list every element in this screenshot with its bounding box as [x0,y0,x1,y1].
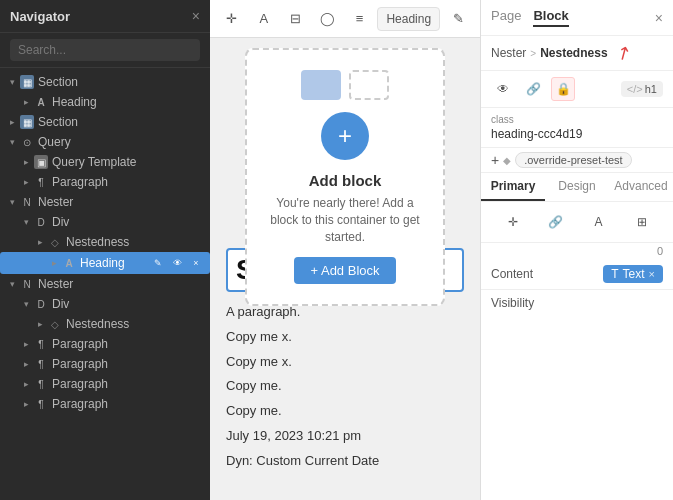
sub-tab-primary[interactable]: Primary [481,173,545,201]
icon-heading2: A [62,256,76,270]
navigator-search-container [0,33,210,68]
nav-item-paragraph5[interactable]: ▸¶Paragraph [0,394,210,414]
breadcrumb-parent[interactable]: Nester [491,46,526,60]
nav-edit-heading2[interactable]: ✎ [150,255,166,271]
label-paragraph2: Paragraph [52,337,108,351]
nav-item-query1[interactable]: ▾⊙Query [0,132,210,152]
icon-row2-grid[interactable]: ⊞ [628,208,656,236]
icon-row2-move[interactable]: ✛ [499,208,527,236]
right-panel-close-button[interactable]: × [655,10,663,26]
toolbar-pencil-button[interactable]: ✎ [444,5,472,33]
navigator-title: Navigator [10,9,70,24]
toggle-nester2[interactable]: ▾ [6,278,18,290]
toolbar-columns-button[interactable]: ⊟ [282,5,310,33]
toggle-section1[interactable]: ▾ [6,76,18,88]
icon-row2-link[interactable]: 🔗 [542,208,570,236]
add-block-plus-icon[interactable]: + [321,112,369,160]
label-nestedness1: Nestedness [66,235,129,249]
toggle-div1[interactable]: ▾ [20,216,32,228]
breadcrumb-current: Nestedness [540,46,607,60]
lock-icon-button[interactable]: 🔒 [551,77,575,101]
section-count: 0 [481,243,673,259]
preset-add-button[interactable]: + [491,152,499,168]
nav-item-section1[interactable]: ▾▦Section [0,72,210,92]
content-value-remove[interactable]: × [649,268,655,280]
class-value: heading-ccc4d19 [491,127,663,141]
icon-paragraph4: ¶ [34,377,48,391]
curved-arrow-icon: ↗ [611,40,635,67]
navigator-close-button[interactable]: × [192,8,200,24]
content-label: Content [491,267,533,281]
icon-section1: ▦ [20,75,34,89]
add-block-button[interactable]: + Add Block [294,257,395,284]
icon-paragraph1: ¶ [34,175,48,189]
toggle-nestedness2[interactable]: ▸ [34,318,46,330]
nav-item-heading2[interactable]: ▸AHeading ✎ 👁 × [0,252,210,274]
nav-item-paragraph3[interactable]: ▸¶Paragraph [0,354,210,374]
toggle-query1[interactable]: ▾ [6,136,18,148]
toggle-nestedness1[interactable]: ▸ [34,236,46,248]
icon-nester1: N [20,195,34,209]
nav-item-heading1[interactable]: ▸AHeading [0,92,210,112]
nav-item-nester1[interactable]: ▾NNester [0,192,210,212]
label-section1: Section [38,75,78,89]
toggle-paragraph3[interactable]: ▸ [20,358,32,370]
toggle-paragraph4[interactable]: ▸ [20,378,32,390]
page-para-3: Copy me x. [226,350,464,375]
class-info: class heading-ccc4d19 [481,108,673,148]
link-icon-button[interactable]: 🔗 [521,77,545,101]
page-para-4: Copy me. [226,374,464,399]
sub-tab-design[interactable]: Design [545,173,609,201]
toggle-paragraph5[interactable]: ▸ [20,398,32,410]
icon-div2: D [34,297,48,311]
nav-item-nestedness2[interactable]: ▸◇Nestedness [0,314,210,334]
icon-heading1: A [34,95,48,109]
toolbar-move-button[interactable]: ✛ [218,5,246,33]
canvas-content: + Add block You're nearly there! Add a b… [210,38,480,500]
label-querytemplate1: Query Template [52,155,137,169]
content-value-text: Text [623,267,645,281]
tab-block[interactable]: Block [533,8,568,27]
icon-nester2: N [20,277,34,291]
nav-item-div1[interactable]: ▾DDiv [0,212,210,232]
nav-item-nester2[interactable]: ▾NNester [0,274,210,294]
tab-page[interactable]: Page [491,8,521,27]
toggle-heading1[interactable]: ▸ [20,96,32,108]
preset-tag-label[interactable]: .override-preset-test [515,152,631,168]
nav-close-heading2[interactable]: × [188,255,204,271]
nav-item-paragraph1[interactable]: ▸¶Paragraph [0,172,210,192]
toggle-heading2[interactable]: ▸ [48,257,60,269]
label-heading2: Heading [80,256,125,270]
toggle-section2[interactable]: ▸ [6,116,18,128]
label-query1: Query [38,135,71,149]
main-canvas: ✛ A ⊟ ◯ ≡ Heading ✎ + Add block You're n… [210,0,480,500]
sub-tab-advanced[interactable]: Advanced [609,173,673,201]
toggle-nester1[interactable]: ▾ [6,196,18,208]
page-para-7: Dyn: Custom Current Date [226,449,464,474]
search-input[interactable] [10,39,200,61]
nav-item-paragraph2[interactable]: ▸¶Paragraph [0,334,210,354]
toolbar-circle-button[interactable]: ◯ [314,5,342,33]
toolbar-text-button[interactable]: A [250,5,278,33]
eye-icon-button[interactable]: 👁 [491,77,515,101]
nav-item-paragraph4[interactable]: ▸¶Paragraph [0,374,210,394]
toggle-querytemplate1[interactable]: ▸ [20,156,32,168]
icon-row2-text[interactable]: A [585,208,613,236]
right-panel-header: Page Block × [481,0,673,36]
icon-toolbar: 👁 🔗 🔒 </> h1 [481,71,673,108]
nav-item-querytemplate1[interactable]: ▸▣Query Template [0,152,210,172]
breadcrumb-separator: > [530,48,536,59]
nav-eye-heading2[interactable]: 👁 [169,255,185,271]
toggle-paragraph1[interactable]: ▸ [20,176,32,188]
icon-group-left: 👁 🔗 🔒 [491,77,575,101]
canvas-toolbar: ✛ A ⊟ ◯ ≡ Heading ✎ [210,0,480,38]
toggle-paragraph2[interactable]: ▸ [20,338,32,350]
nav-item-section2[interactable]: ▸▦Section [0,112,210,132]
nav-item-div2[interactable]: ▾DDiv [0,294,210,314]
toggle-div2[interactable]: ▾ [20,298,32,310]
navigator-header: Navigator × [0,0,210,33]
label-paragraph5: Paragraph [52,397,108,411]
add-block-title: Add block [309,172,382,189]
toolbar-align-button[interactable]: ≡ [346,5,374,33]
nav-item-nestedness1[interactable]: ▸◇Nestedness [0,232,210,252]
